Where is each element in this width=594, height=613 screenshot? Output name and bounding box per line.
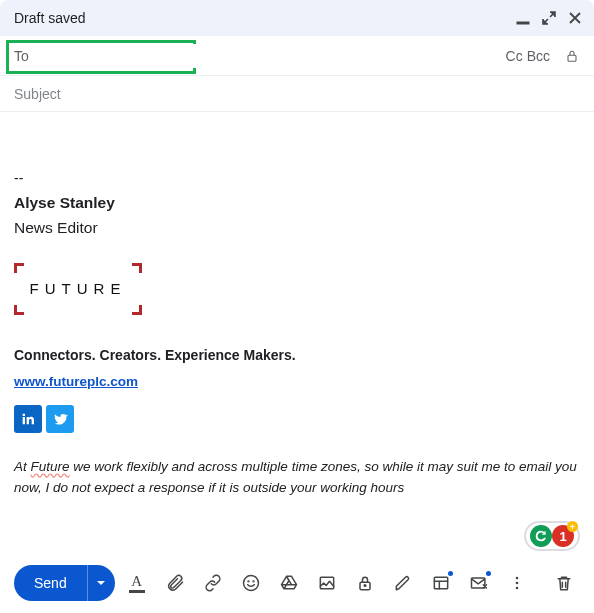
confidential-mode-icon[interactable]: [349, 567, 381, 599]
close-icon[interactable]: [568, 11, 582, 25]
insert-photo-icon[interactable]: [311, 567, 343, 599]
signature-separator: --: [14, 168, 580, 188]
svg-rect-0: [517, 22, 529, 24]
compose-body[interactable]: -- Alyse Stanley News Editor FUTURE Conn…: [0, 112, 594, 499]
to-label: To: [14, 48, 34, 64]
send-options-button[interactable]: [87, 565, 115, 601]
lock-icon[interactable]: [564, 48, 580, 64]
signature-name: Alyse Stanley: [14, 192, 580, 214]
twitter-icon[interactable]: [46, 405, 74, 433]
svg-point-10: [515, 577, 518, 580]
insert-emoji-icon[interactable]: [235, 567, 267, 599]
layouts-icon[interactable]: [425, 567, 457, 599]
pending-send-icon[interactable]: [463, 567, 495, 599]
discard-draft-icon[interactable]: [548, 567, 580, 599]
svg-point-12: [515, 587, 518, 590]
svg-point-7: [364, 585, 366, 587]
attach-file-icon[interactable]: [159, 567, 191, 599]
header-title: Draft saved: [14, 10, 86, 26]
linkedin-icon[interactable]: [14, 405, 42, 433]
svg-point-11: [515, 582, 518, 585]
signature-tagline: Connectors. Creators. Experience Makers.: [14, 345, 580, 365]
send-button-group: Send: [14, 565, 115, 601]
signature-disclaimer: At Future we work flexibly and across mu…: [14, 457, 580, 499]
svg-point-4: [253, 581, 254, 582]
plus-indicator: +: [567, 521, 578, 532]
to-row: To Cc Bcc: [0, 36, 594, 76]
signature-role: News Editor: [14, 217, 580, 239]
subject-input[interactable]: [14, 86, 580, 102]
minimize-icon[interactable]: [516, 11, 530, 25]
company-logo: FUTURE: [14, 263, 142, 315]
header-window-controls: [516, 11, 582, 25]
svg-point-2: [243, 576, 258, 591]
expand-icon[interactable]: [542, 11, 556, 25]
bcc-toggle[interactable]: Bcc: [527, 48, 550, 64]
svg-rect-8: [434, 577, 447, 589]
social-links: [14, 405, 580, 433]
notification-badge[interactable]: 1 +: [552, 525, 574, 547]
company-site-link[interactable]: www.futureplc.com: [14, 372, 138, 392]
compose-header: Draft saved: [0, 0, 594, 36]
send-button[interactable]: Send: [14, 565, 87, 601]
more-options-icon[interactable]: [501, 567, 533, 599]
to-input[interactable]: [42, 44, 506, 68]
extension-badges: 1 +: [524, 521, 580, 551]
logo-text: FUTURE: [30, 278, 127, 300]
insert-link-icon[interactable]: [197, 567, 229, 599]
formatting-options-icon[interactable]: A: [121, 567, 153, 599]
subject-row: [0, 76, 594, 112]
insert-signature-icon[interactable]: [387, 567, 419, 599]
grammarly-badge[interactable]: [530, 525, 552, 547]
svg-rect-1: [568, 55, 576, 61]
cc-toggle[interactable]: Cc: [506, 48, 523, 64]
insert-drive-icon[interactable]: [273, 567, 305, 599]
svg-point-3: [248, 581, 249, 582]
compose-toolbar: Send A: [0, 561, 594, 605]
